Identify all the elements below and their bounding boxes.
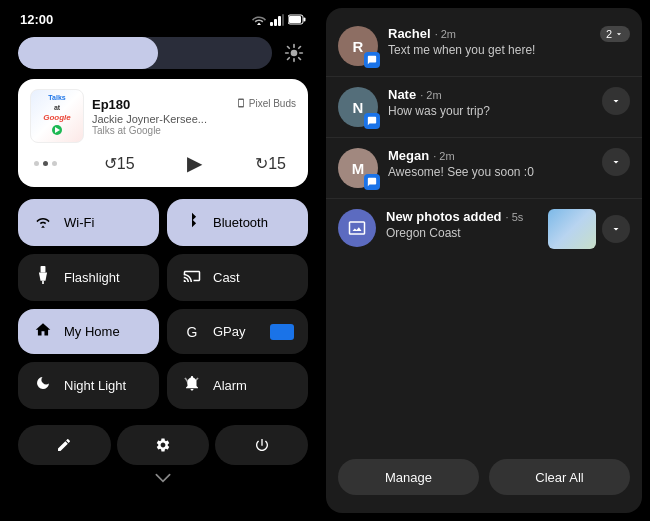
flashlight-tile[interactable]: Flashlight: [18, 254, 159, 301]
brightness-slider[interactable]: [18, 37, 272, 69]
battery-icon: [288, 14, 306, 25]
device-label: Pixel Buds: [249, 98, 296, 109]
signal-icon: [270, 14, 284, 26]
skip-back-button[interactable]: ↺15: [98, 152, 141, 175]
bluetooth-tile[interactable]: Bluetooth: [167, 199, 308, 246]
edit-button[interactable]: [18, 425, 111, 465]
media-card: Talks at Google Ep180: [18, 79, 308, 187]
svg-rect-6: [289, 16, 301, 23]
myhome-label: My Home: [64, 324, 120, 339]
settings-button[interactable]: [117, 425, 210, 465]
media-title: Jackie Joyner-Kersee...: [92, 113, 296, 125]
rachel-message: Text me when you get here!: [388, 43, 590, 57]
flashlight-icon: [32, 266, 54, 289]
megan-expand-button[interactable]: [602, 148, 630, 176]
photos-actions: [548, 209, 630, 249]
alarm-label: Alarm: [213, 378, 247, 393]
nate-name: Nate: [388, 87, 416, 102]
rachel-actions: 2: [600, 26, 630, 42]
cast-icon: [181, 267, 203, 288]
manage-button[interactable]: Manage: [338, 459, 479, 495]
nate-content: Nate · 2m How was your trip?: [388, 87, 592, 118]
notification-rachel[interactable]: R Rachel · 2m Text me when you get here!…: [326, 16, 642, 77]
notification-footer: Manage Clear All: [326, 449, 642, 505]
chevron-down[interactable]: [8, 469, 318, 487]
media-dots: [34, 161, 57, 166]
photos-name: New photos added: [386, 209, 502, 224]
nightlight-tile[interactable]: Night Light: [18, 362, 159, 409]
play-button[interactable]: ▶: [181, 149, 208, 177]
nate-message: How was your trip?: [388, 104, 592, 118]
rachel-content: Rachel · 2m Text me when you get here!: [388, 26, 590, 57]
photos-expand-button[interactable]: [602, 215, 630, 243]
power-button[interactable]: [215, 425, 308, 465]
svg-point-7: [291, 50, 298, 57]
svg-line-15: [288, 58, 290, 60]
clock: 12:00: [20, 12, 53, 27]
messages-badge: [364, 52, 380, 68]
gpay-badge: [270, 324, 294, 340]
svg-rect-0: [270, 22, 273, 26]
brightness-row: [8, 31, 318, 75]
tiles-grid: Wi-Fi Bluetooth: [8, 191, 318, 417]
dot-3: [52, 161, 57, 166]
megan-content: Megan · 2m Awesome! See you soon :0: [388, 148, 592, 179]
bluetooth-icon: [181, 211, 203, 234]
media-art: Talks at Google: [30, 89, 84, 143]
svg-rect-1: [274, 19, 277, 26]
svg-rect-5: [304, 18, 306, 22]
rachel-name: Rachel: [388, 26, 431, 41]
gpay-label: GPay: [213, 324, 246, 339]
home-icon: [32, 321, 54, 342]
svg-rect-18: [41, 266, 46, 273]
notifications-panel: R Rachel · 2m Text me when you get here!…: [326, 8, 642, 513]
bottom-bar: [8, 417, 318, 469]
media-info: Ep180 Pixel Buds Jackie Joyner-Kersee...…: [92, 97, 296, 136]
flashlight-label: Flashlight: [64, 270, 120, 285]
wifi-status-icon: [252, 14, 266, 25]
media-device: Pixel Buds: [236, 98, 296, 109]
wifi-tile[interactable]: Wi-Fi: [18, 199, 159, 246]
brightness-icon[interactable]: [280, 39, 308, 67]
svg-line-13: [299, 58, 301, 60]
status-icons: [252, 14, 306, 26]
photos-thumbnail: [548, 209, 596, 249]
alarm-icon: [181, 374, 203, 397]
svg-line-12: [288, 47, 290, 49]
svg-rect-2: [278, 16, 281, 26]
quick-settings-panel: 12:00: [8, 8, 318, 513]
nate-avatar: N: [338, 87, 378, 127]
status-bar: 12:00: [8, 8, 318, 31]
media-source: Talks at Google: [92, 125, 296, 136]
dot-2: [43, 161, 48, 166]
notification-megan[interactable]: M Megan · 2m Awesome! See you soon :0: [326, 138, 642, 199]
wifi-label: Wi-Fi: [64, 215, 94, 230]
svg-line-14: [299, 47, 301, 49]
megan-message: Awesome! See you soon :0: [388, 165, 592, 179]
nate-messages-badge: [364, 113, 380, 129]
media-episode: Ep180: [92, 97, 130, 112]
photos-icon: [338, 209, 376, 247]
myhome-tile[interactable]: My Home: [18, 309, 159, 354]
cast-label: Cast: [213, 270, 240, 285]
nate-expand-button[interactable]: [602, 87, 630, 115]
nightlight-label: Night Light: [64, 378, 126, 393]
megan-avatar: M: [338, 148, 378, 188]
notification-nate[interactable]: N Nate · 2m How was your trip?: [326, 77, 642, 138]
nate-actions: [602, 87, 630, 115]
bluetooth-label: Bluetooth: [213, 215, 268, 230]
moon-icon: [32, 375, 54, 396]
photos-content: New photos added · 5s Oregon Coast: [386, 209, 538, 240]
rachel-count: 2: [600, 26, 630, 42]
clear-all-button[interactable]: Clear All: [489, 459, 630, 495]
gpay-tile[interactable]: G GPay: [167, 309, 308, 354]
alarm-tile[interactable]: Alarm: [167, 362, 308, 409]
skip-forward-button[interactable]: ↻15: [249, 152, 292, 175]
media-controls: ↺15 ▶ ↻15: [30, 149, 296, 177]
gpay-icon: G: [181, 324, 203, 340]
dot-1: [34, 161, 39, 166]
megan-actions: [602, 148, 630, 176]
cast-tile[interactable]: Cast: [167, 254, 308, 301]
svg-rect-3: [282, 14, 284, 26]
notification-photos[interactable]: New photos added · 5s Oregon Coast: [326, 199, 642, 259]
